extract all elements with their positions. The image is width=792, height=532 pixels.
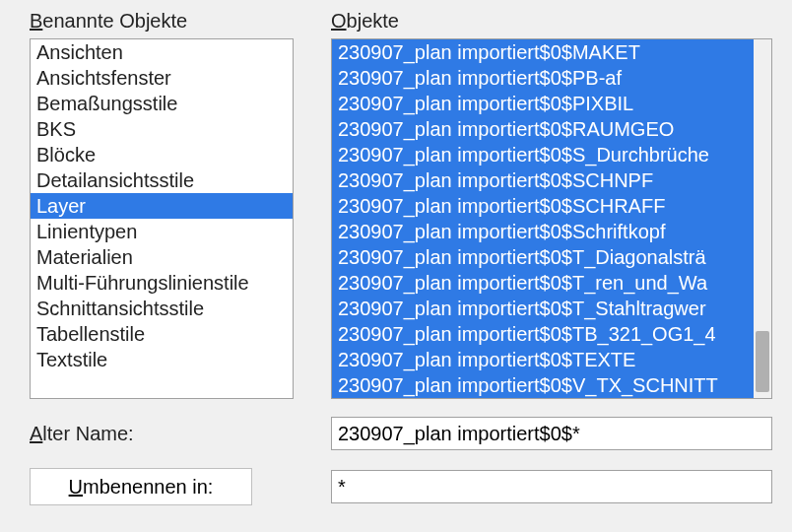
objects-item[interactable]: 230907_plan importiert$0$T_ren_und_Wa <box>332 270 754 296</box>
objects-item[interactable]: 230907_plan importiert$0$TEXTE <box>332 347 754 372</box>
named-objects-item[interactable]: Textstile <box>31 347 293 372</box>
objects-item[interactable]: 230907_plan importiert$0$PIXBIL <box>332 91 754 116</box>
objects-listbox[interactable]: 230907_plan importiert$0$MAKET230907_pla… <box>331 38 772 399</box>
objects-item[interactable]: 230907_plan importiert$0$MAKET <box>332 39 754 65</box>
named-objects-item[interactable]: BKS <box>31 116 293 142</box>
objects-label: Objekte <box>331 10 772 33</box>
named-objects-label: Benannte Objekte <box>30 10 294 33</box>
objects-item[interactable]: 230907_plan importiert$0$TB_321_OG1_4 <box>332 321 754 347</box>
named-objects-item[interactable]: Blöcke <box>31 142 293 167</box>
objects-item[interactable]: 230907_plan importiert$0$Schriftkopf <box>332 219 754 244</box>
named-objects-item[interactable]: Multi-Führungslinienstile <box>31 270 293 296</box>
old-name-label: Alter Name: <box>30 423 134 444</box>
named-objects-item[interactable]: Ansichten <box>31 39 293 65</box>
objects-item[interactable]: 230907_plan importiert$0$SCHRAFF <box>332 193 754 219</box>
named-objects-item[interactable]: Detailansichtsstile <box>31 167 293 193</box>
named-objects-item[interactable]: Ansichtsfenster <box>31 65 293 91</box>
rename-dialog: Benannte Objekte AnsichtenAnsichtsfenste… <box>0 0 792 532</box>
named-objects-item[interactable]: Materialien <box>31 244 293 270</box>
objects-item[interactable]: 230907_plan importiert$0$SCHNPF <box>332 167 754 193</box>
named-objects-item[interactable]: Linientypen <box>31 219 293 244</box>
objects-item[interactable]: 230907_plan importiert$0$T_Diagonalsträ <box>332 244 754 270</box>
old-name-input[interactable] <box>331 417 772 450</box>
rename-to-input[interactable] <box>331 470 772 503</box>
named-objects-item[interactable]: Schnittansichtsstile <box>31 296 293 321</box>
objects-scrollbar-thumb[interactable] <box>756 331 769 392</box>
objects-item[interactable]: 230907_plan importiert$0$RAUMGEO <box>332 116 754 142</box>
objects-item[interactable]: 230907_plan importiert$0$PB-af <box>332 65 754 91</box>
named-objects-item[interactable]: Tabellenstile <box>31 321 293 347</box>
objects-scrollbar[interactable] <box>754 39 771 398</box>
rename-to-button[interactable]: Umbenennen in: <box>30 468 252 505</box>
named-objects-listbox[interactable]: AnsichtenAnsichtsfensterBemaßungsstileBK… <box>30 38 294 399</box>
named-objects-item[interactable]: Bemaßungsstile <box>31 91 293 116</box>
named-objects-item[interactable]: Layer <box>31 193 293 219</box>
objects-item[interactable]: 230907_plan importiert$0$V_TX_SCHNITT <box>332 372 754 398</box>
objects-item[interactable]: 230907_plan importiert$0$T_Stahltragwer <box>332 296 754 321</box>
objects-item[interactable]: 230907_plan importiert$0$S_Durchbrüche <box>332 142 754 167</box>
